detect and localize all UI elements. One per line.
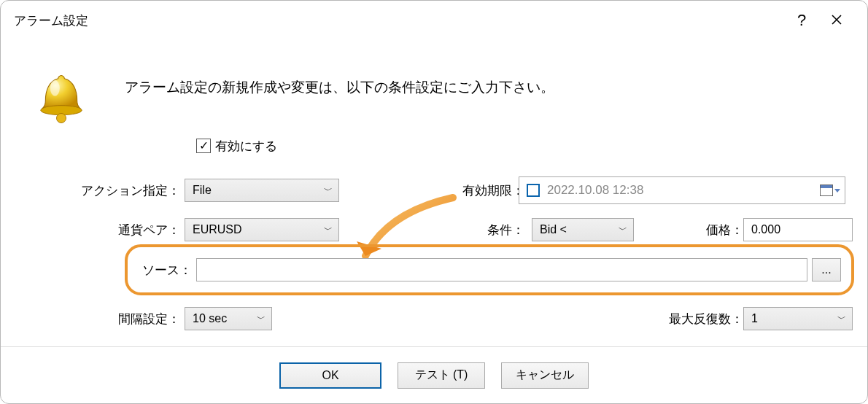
- symbol-label: 通貨ペア：: [1, 222, 185, 238]
- chevron-down-icon: ﹀: [324, 224, 333, 236]
- close-button[interactable]: [819, 12, 854, 29]
- chevron-down-icon: [834, 189, 840, 193]
- source-label: ソース：: [138, 262, 196, 279]
- interval-value: 10 sec: [193, 312, 227, 325]
- button-bar: OK テスト (T) キャンセル: [1, 346, 867, 403]
- symbol-value: EURUSD: [193, 223, 242, 236]
- test-button[interactable]: テスト (T): [398, 362, 485, 389]
- maxrev-label: 最大反復数：: [669, 311, 743, 327]
- condition-value: Bid <: [540, 223, 567, 236]
- interval-label: 間隔設定：: [1, 311, 185, 327]
- chevron-down-icon: ﹀: [837, 313, 846, 325]
- price-value: 0.000: [751, 223, 780, 236]
- content-area: アラーム設定の新規作成や変更は、以下の条件設定にご入力下さい。 ✓ 有効にする …: [1, 40, 867, 346]
- expiration-calendar-button[interactable]: [820, 184, 840, 196]
- enable-label: 有効にする: [215, 138, 277, 155]
- window-title: アラーム設定: [14, 12, 784, 29]
- chevron-down-icon: ﹀: [619, 224, 627, 236]
- instruction-text: アラーム設定の新規作成や変更は、以下の条件設定にご入力下さい。: [125, 78, 554, 97]
- symbol-select[interactable]: EURUSD ﹀: [185, 218, 339, 241]
- expiration-checkbox[interactable]: [527, 184, 540, 197]
- expiration-field[interactable]: 2022.10.08 12:38: [519, 176, 845, 204]
- action-select[interactable]: File ﹀: [185, 179, 339, 202]
- close-icon: [831, 14, 842, 26]
- expiration-label: 有効期限：: [462, 182, 524, 199]
- svg-point-1: [57, 114, 66, 123]
- titlebar: アラーム設定 ?: [1, 1, 867, 40]
- maxrev-select[interactable]: 1 ﹀: [743, 307, 853, 330]
- condition-label: 条件：: [487, 222, 524, 238]
- chevron-down-icon: ﹀: [324, 184, 333, 197]
- calendar-icon: [820, 184, 833, 196]
- expiration-value: 2022.10.08 12:38: [547, 183, 813, 198]
- chevron-down-icon: ﹀: [257, 313, 266, 325]
- maxrev-value: 1: [751, 312, 758, 325]
- source-browse-button[interactable]: ...: [812, 258, 841, 281]
- help-button[interactable]: ?: [784, 11, 819, 30]
- alarm-settings-dialog: アラーム設定 ? アラーム設定の新規作成や変更は、以下の: [0, 0, 868, 404]
- source-row-highlighted: ソース： ...: [125, 244, 854, 295]
- ok-button[interactable]: OK: [279, 362, 381, 389]
- bell-icon: [36, 71, 87, 130]
- source-input[interactable]: [196, 258, 807, 281]
- browse-label: ...: [821, 263, 831, 276]
- enable-checkbox[interactable]: ✓: [196, 139, 211, 153]
- condition-select[interactable]: Bid < ﹀: [532, 218, 634, 241]
- check-icon: ✓: [199, 140, 209, 152]
- interval-select[interactable]: 10 sec ﹀: [185, 307, 272, 330]
- price-input[interactable]: 0.000: [743, 218, 853, 241]
- cancel-button[interactable]: キャンセル: [501, 362, 589, 389]
- action-value: File: [193, 184, 212, 197]
- svg-point-2: [50, 80, 60, 96]
- action-label: アクション指定：: [1, 182, 185, 199]
- price-label: 価格：: [706, 222, 743, 238]
